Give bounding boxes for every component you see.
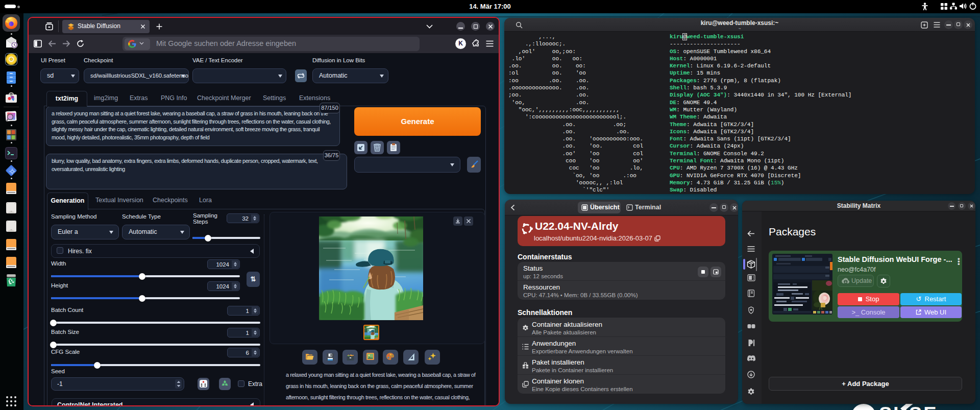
svg-text:SUSE: SUSE [879,403,938,410]
